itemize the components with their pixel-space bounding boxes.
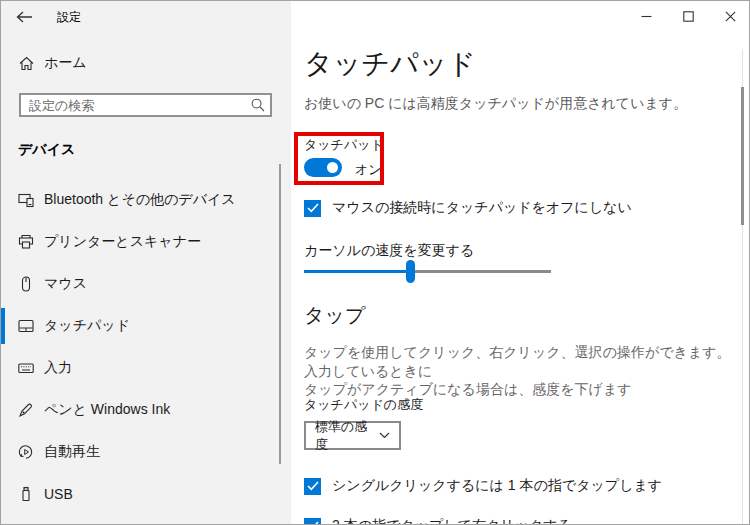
home-label: ホーム: [44, 54, 87, 72]
page-subtitle: お使いの PC には高精度タッチパッドが用意されています。: [304, 95, 687, 113]
sidebar-item-label: 自動再生: [44, 443, 100, 461]
sidebar-item-label: タッチパッド: [44, 317, 130, 335]
sidebar-item-touchpad[interactable]: タッチパッド: [1, 305, 280, 347]
sidebar-section-devices: デバイス: [18, 141, 75, 159]
keyboard-icon: [18, 360, 34, 376]
touchpad-toggle-state: オン: [355, 161, 382, 179]
sidebar-item-label: Bluetooth とその他のデバイス: [44, 191, 236, 209]
cursor-speed-label: カーソルの速度を変更する: [304, 242, 474, 260]
touchpad-toggle-label: タッチパッド: [304, 136, 384, 154]
sidebar-item-printers[interactable]: プリンターとスキャナー: [1, 221, 280, 263]
usb-icon: [18, 486, 34, 502]
main-content: タッチパッド お使いの PC には高精度タッチパッドが用意されています。 タッチ…: [291, 1, 750, 524]
sensitivity-dropdown[interactable]: 標準の感度: [304, 421, 401, 450]
maximize-icon: [683, 11, 694, 22]
sidebar-item-mouse[interactable]: マウス: [1, 263, 280, 305]
chevron-down-icon: [379, 432, 390, 439]
sidebar-item-home[interactable]: ホーム: [19, 51, 87, 75]
sidebar-item-autoplay[interactable]: 自動再生: [1, 431, 280, 473]
checkbox-checked-icon[interactable]: [304, 478, 321, 495]
tap-section-description: タップを使用してクリック、右クリック、選択の操作ができます。入力しているときに …: [304, 343, 739, 399]
main-scrollbar-thumb[interactable]: [741, 87, 744, 225]
sidebar: 設定 ホーム デバイス Bluetooth とその他のデバイス: [1, 1, 291, 524]
cursor-slider-fill: [304, 270, 410, 273]
search-icon[interactable]: [251, 98, 265, 112]
tap-section-heading: タップ: [304, 302, 365, 329]
sidebar-item-label: マウス: [44, 275, 87, 293]
touchpad-icon: [18, 318, 34, 334]
checkbox-checked-icon[interactable]: [304, 200, 321, 217]
checkbox-label: 2 本の指でタップして右クリックする: [332, 517, 572, 525]
back-button[interactable]: [9, 3, 39, 30]
page-title: タッチパッド: [304, 45, 476, 83]
sidebar-item-label: USB: [44, 486, 73, 502]
back-arrow-icon: [16, 11, 33, 23]
sidebar-item-label: ペンと Windows Ink: [44, 401, 170, 419]
minimize-button[interactable]: [625, 1, 667, 31]
two-finger-tap-checkbox-row[interactable]: 2 本の指でタップして右クリックする: [304, 517, 572, 525]
single-tap-checkbox-row[interactable]: シングルクリックするには 1 本の指でタップします: [304, 477, 662, 495]
checkbox-label: シングルクリックするには 1 本の指でタップします: [332, 477, 662, 495]
sidebar-item-label: 入力: [44, 359, 72, 377]
sidebar-item-label: プリンターとスキャナー: [44, 233, 201, 251]
devices-icon: [18, 192, 34, 208]
search-input[interactable]: [19, 93, 272, 117]
sidebar-item-pen[interactable]: ペンと Windows Ink: [1, 389, 280, 431]
toggle-knob: [327, 162, 338, 173]
home-icon: [19, 56, 34, 71]
sidebar-item-usb[interactable]: USB: [1, 473, 280, 515]
sidebar-scrollbar[interactable]: [279, 164, 281, 464]
settings-search: [19, 93, 272, 117]
sidebar-nav: Bluetooth とその他のデバイス プリンターとスキャナー マウス タッチパ…: [1, 179, 280, 515]
checkbox-label: マウスの接続時にタッチパッドをオフにしない: [332, 199, 632, 217]
cursor-slider-thumb[interactable]: [406, 260, 415, 283]
close-icon: [725, 11, 736, 22]
sensitivity-label: タッチパッドの感度: [304, 396, 423, 414]
minimize-icon: [641, 11, 652, 22]
sidebar-item-typing[interactable]: 入力: [1, 347, 280, 389]
sidebar-item-bluetooth[interactable]: Bluetooth とその他のデバイス: [1, 179, 280, 221]
pen-icon: [18, 402, 34, 418]
autoplay-icon: [18, 444, 34, 460]
close-button[interactable]: [709, 1, 750, 31]
app-title: 設定: [57, 9, 81, 26]
cursor-speed-slider[interactable]: [304, 270, 551, 273]
sensitivity-dropdown-value: 標準の感度: [315, 418, 379, 454]
window-controls: [625, 1, 750, 31]
mouse-connect-checkbox-row[interactable]: マウスの接続時にタッチパッドをオフにしない: [304, 199, 632, 217]
touchpad-toggle[interactable]: [304, 158, 342, 177]
printer-icon: [18, 234, 34, 250]
mouse-icon: [18, 276, 34, 292]
checkbox-checked-icon[interactable]: [304, 518, 321, 525]
maximize-button[interactable]: [667, 1, 709, 31]
settings-window: 設定 ホーム デバイス Bluetooth とその他のデバイス: [0, 0, 750, 525]
